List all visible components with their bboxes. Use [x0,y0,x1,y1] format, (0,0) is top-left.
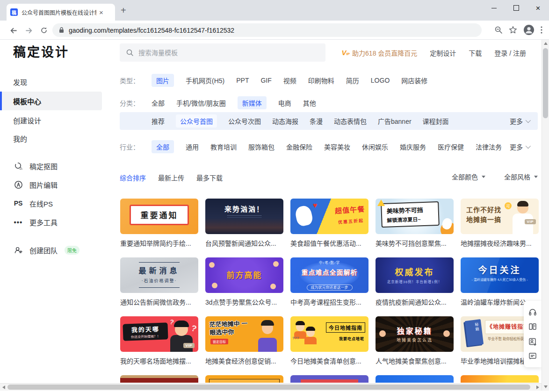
vertical-scrollbar[interactable] [542,40,549,391]
template-card[interactable]: 工作不好找 地摊搞一搞 可 VIP 地摊摆摊夜经济趣味男... [461,199,539,248]
invite-member-icon[interactable] [527,336,538,347]
style-filter-dropdown[interactable]: 全部风格 [504,172,538,181]
subcategory-more[interactable]: 更多 [510,116,529,126]
sidebar-item-online-ps[interactable]: PS 在线PS [0,195,102,211]
profile-avatar[interactable] [523,24,535,36]
industry-all[interactable]: 全部 [152,140,174,153]
new-tab-button[interactable]: + [121,6,126,15]
subcat-gzh-secondary[interactable]: 公众号次图 [228,114,261,128]
template-thumbnail[interactable]: 独家秘籍 地摊美食怎么选 [376,316,454,352]
search-input[interactable] [137,49,298,57]
template-thumbnail[interactable]: 重要通知 [120,199,198,234]
type-option-image[interactable]: 图片 [152,74,174,87]
template-thumbnail[interactable]: 中/考/数/学 重点难点全面解析 成为状元你还差这一步 [290,257,368,293]
color-filter-dropdown[interactable]: 全部颜色 [452,172,485,181]
template-thumbnail[interactable]: 茫茫地摊中 一眼选中你 锁定目标 [205,316,283,352]
sidebar-item-mine[interactable]: 我的 [0,129,102,148]
bookmark-star-icon[interactable] [509,26,517,34]
industry-legal[interactable]: 法律法务 [476,140,502,153]
type-option-logo[interactable]: LOGO [371,75,390,86]
template-thumbnail[interactable]: 最新消息 ·石油价格调整· [120,257,198,293]
address-bar[interactable]: gaoding.com/templates/fcc1612548-fc16125… [52,23,482,37]
headset-icon[interactable] [527,307,538,317]
minimize-button[interactable] [483,0,505,16]
sort-most-downloaded[interactable]: 最多下载 [196,173,223,182]
subcat-course-cover[interactable]: 课程封面 [423,114,449,128]
close-button[interactable]: × [527,0,549,16]
industry-wedding[interactable]: 婚庆服务 [400,140,426,153]
horizontal-scrollbar[interactable] [0,383,542,391]
template-caption[interactable]: 通知公告新闻微信政务... [120,298,198,307]
template-caption[interactable]: 疫情抗疫新闻通知公众... [376,298,454,307]
template-caption[interactable]: 地摊摆摊夜经济趣味男... [461,239,539,248]
template-caption[interactable]: 中考高考课程招生变形... [290,298,368,307]
template-card[interactable]: 独家秘籍 地摊美食怎么选 人气地摊美食聚焦创意... [376,316,454,366]
template-thumbnail[interactable]: 今日关注 - 温岭油罐车爆炸 4人死亡50余人受伤 - [461,257,539,293]
template-thumbnail-partial[interactable] [120,375,198,383]
sort-comprehensive[interactable]: 综合排序 [120,173,146,182]
template-caption[interactable]: 美味势不可挡创意聚焦... [376,239,454,248]
type-option-video[interactable]: 视频 [283,74,296,87]
type-option-shop[interactable]: 网店装修 [401,74,427,87]
search-box[interactable] [120,43,325,62]
template-thumbnail[interactable]: ??? 今日地摊指南 我要吃点啥呢 [290,316,368,352]
template-caption[interactable]: 今日地摊美食清单创意... [290,357,368,366]
subcat-gzh-cover[interactable]: 公众号首图 [176,114,217,128]
template-thumbnail[interactable]: ? ? 我的天哪 你还没开始摆摊？！ VIP [120,316,198,352]
category-option-newmedia[interactable]: 新媒体 [238,96,267,109]
subcat-banner[interactable]: 广告banner [378,114,412,128]
template-card[interactable]: 前方高能 3d点赞手势聚焦公众号... [205,257,283,307]
browser-tab[interactable]: 稿 公众号首图图片模板在线设计制 × [7,4,115,21]
scroll-right-arrow-icon[interactable] [536,385,539,389]
sidebar-item-discover[interactable]: 发现 [0,72,102,91]
template-thumbnail[interactable]: ♥ 超值午餐 优惠五折起 [290,199,368,234]
vertical-scrollbar-thumb[interactable] [543,48,548,118]
sidebar-item-koutu[interactable]: 稿定抠图 [0,158,102,174]
back-icon[interactable] [7,25,19,36]
sidebar-item-more-tools[interactable]: ••• 更多工具 [0,214,102,230]
template-card[interactable]: 茫茫地摊中 一眼选中你 锁定目标 地摊美食经济创意促销... [205,316,283,366]
feedback-icon[interactable] [527,351,538,361]
industry-leisure[interactable]: 休闲娱乐 [362,140,388,153]
subcat-sticker[interactable]: 动态表情包 [334,114,367,128]
category-option-ecommerce[interactable]: 电商 [278,96,291,109]
template-card[interactable]: 今日关注 - 温岭油罐车爆炸 4人死亡50余人受伤 - 温岭油罐车爆炸新闻公..… [461,257,539,307]
template-caption[interactable]: 重要通知举牌简约手绘... [120,239,198,248]
template-thumbnail[interactable]: 工作不好找 地摊搞一搞 可 VIP [461,199,539,234]
template-card[interactable]: ♥ 超值午餐 优惠五折起 美食超值午餐优惠活动... [290,199,368,248]
sort-newest[interactable]: 最新上传 [158,173,184,182]
reading-guide-icon[interactable] [527,321,538,332]
template-caption[interactable]: 地摊美食经济创意促销... [205,357,283,366]
template-thumbnail-partial[interactable] [461,375,539,383]
subcat-dynamic-poster[interactable]: 动态海报 [272,114,298,128]
template-thumbnail[interactable]: 来势汹汹！ [205,199,283,234]
template-thumbnail[interactable]: 美味势不可挡 解锁清凉夏日~ [376,199,454,234]
template-card[interactable]: 来势汹汹！ 台风预警新闻通知公众... [205,199,283,248]
scroll-left-arrow-icon[interactable] [2,385,5,389]
template-card[interactable]: 最新消息 ·石油价格调整· 通知公告新闻微信政务... [120,257,198,307]
sidebar-item-image-edit[interactable]: 图片编辑 [0,177,102,192]
sidebar-item-create-design[interactable]: 创建设计 [0,111,102,129]
category-option-all[interactable]: 全部 [152,96,165,109]
template-thumbnail-partial[interactable] [376,375,454,383]
template-thumbnail[interactable]: 权威发布 北京新增36例！丰台新增1例！ [376,257,454,293]
zoom-icon[interactable] [494,26,503,34]
template-caption[interactable]: 人气地摊美食聚焦创意... [376,357,454,366]
subcat-recommend[interactable]: 推荐 [152,114,165,128]
category-option-mobile[interactable]: 手机/微信/朋友圈 [176,96,226,109]
sidebar-item-template-center[interactable]: 模板中心 [0,92,102,110]
type-option-resume[interactable]: 简历 [346,74,359,87]
scroll-up-arrow-icon[interactable] [544,42,548,45]
template-caption[interactable]: 美食超值午餐优惠活动... [290,239,368,248]
industry-finance[interactable]: 金融保险 [286,140,312,153]
nav-download[interactable]: 下载 [469,48,482,57]
maximize-button[interactable] [505,0,527,16]
template-card[interactable]: ??? 今日地摊指南 我要吃点啥呢 今日地摊美食清单创意... [290,316,368,366]
subcat-comic[interactable]: 条漫 [310,114,323,128]
template-card[interactable]: 中/考/数/学 重点难点全面解析 成为状元你还差这一步 中考高考课程招生变形..… [290,257,368,307]
industry-more[interactable]: 更多 [510,142,529,151]
vip-promo-link[interactable]: VIP 助力618 会员直降百元 [342,48,418,57]
template-card[interactable]: 重要通知 重要通知举牌简约手绘... [120,199,198,248]
type-option-ppt[interactable]: PPT [236,75,249,86]
template-card[interactable]: ? ? 我的天哪 你还没开始摆摊？！ VIP 我的天哪名场面地摊摆... [120,316,198,366]
